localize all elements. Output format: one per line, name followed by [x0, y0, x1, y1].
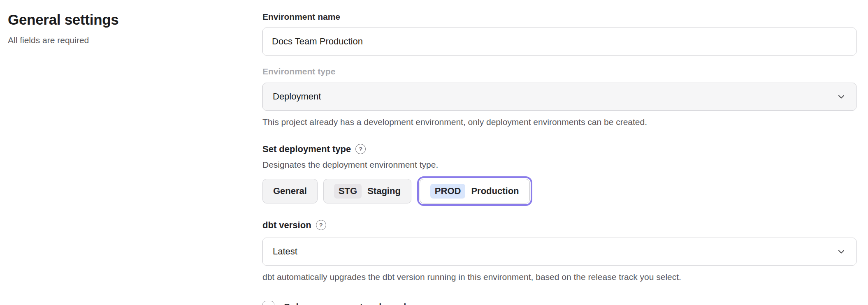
deployment-type-staging-label: Staging — [367, 186, 401, 196]
environment-name-input[interactable] — [262, 28, 856, 55]
custom-branch-label: Only run on a custom branch — [283, 302, 409, 305]
settings-form: Environment name Environment type Deploy… — [262, 11, 856, 305]
chevron-down-icon — [836, 92, 846, 102]
dbt-version-heading-text: dbt version — [262, 220, 311, 231]
custom-branch-checkbox[interactable] — [262, 301, 274, 305]
deployment-type-production-badge: PROD — [430, 184, 466, 199]
dbt-version-select[interactable]: Latest — [262, 238, 856, 266]
deployment-type-general-label: General — [273, 186, 307, 196]
dbt-version-helper: dbt automatically upgrades the dbt versi… — [262, 271, 856, 282]
deployment-type-options: General STG Staging PROD Production — [262, 179, 856, 203]
dbt-version-value: Latest — [273, 246, 297, 257]
general-settings-page: General settings All fields are required… — [0, 0, 868, 305]
environment-type-select: Deployment — [262, 83, 856, 111]
deployment-type-heading: Set deployment type ? — [262, 144, 856, 155]
deployment-type-heading-text: Set deployment type — [262, 144, 351, 155]
page-title: General settings — [8, 12, 262, 28]
environment-type-helper: This project already has a development e… — [262, 116, 856, 127]
deployment-type-staging-button[interactable]: STG Staging — [323, 179, 411, 203]
deployment-type-general-button[interactable]: General — [262, 179, 318, 203]
deployment-type-description: Designates the deployment environment ty… — [262, 160, 856, 170]
deployment-type-production-label: Production — [471, 186, 519, 196]
deployment-type-staging-badge: STG — [334, 184, 362, 199]
dbt-version-heading: dbt version ? — [262, 220, 856, 231]
environment-name-label: Environment name — [262, 12, 856, 22]
deployment-type-production-button[interactable]: PROD Production — [420, 179, 530, 203]
help-icon[interactable]: ? — [316, 220, 326, 230]
chevron-down-icon — [836, 247, 846, 256]
custom-branch-row: Only run on a custom branch — [262, 301, 856, 305]
environment-type-label: Environment type — [262, 66, 856, 77]
help-icon[interactable]: ? — [355, 144, 366, 154]
settings-header: General settings All fields are required — [8, 11, 262, 305]
page-subtitle: All fields are required — [8, 35, 262, 46]
environment-type-value: Deployment — [273, 91, 321, 102]
